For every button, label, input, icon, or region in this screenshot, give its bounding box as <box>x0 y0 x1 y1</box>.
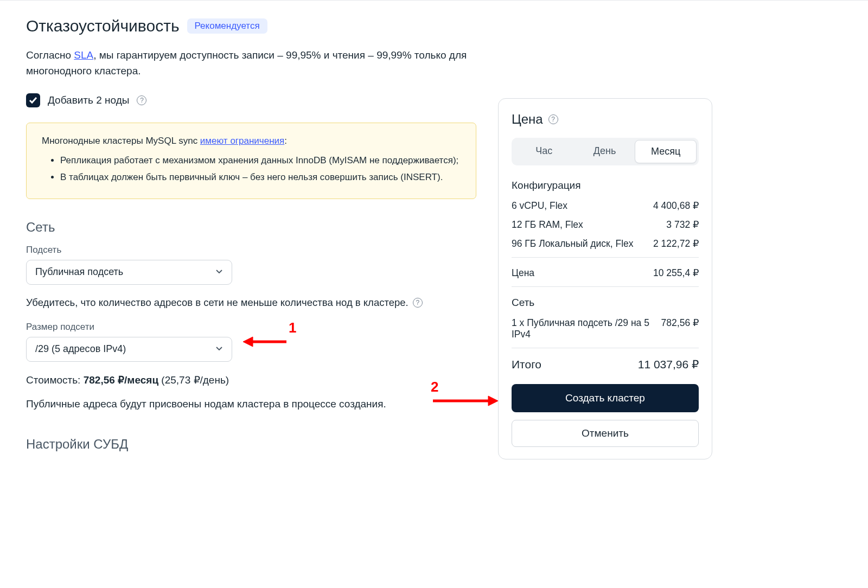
info-intro-prefix: Многонодные кластеры MySQL sync <box>42 136 200 146</box>
ha-desc-prefix: Согласно <box>26 49 74 61</box>
subtotal-label: Цена <box>512 267 534 279</box>
price-row: 1 x Публичная подсеть /29 на 5 IPv4 782,… <box>512 317 699 340</box>
total-label: Итого <box>512 358 541 371</box>
svg-marker-1 <box>243 337 253 347</box>
help-icon[interactable]: ? <box>548 114 558 124</box>
price-title: Цена <box>512 112 543 127</box>
subnet-label: Подсеть <box>26 245 476 255</box>
network-hint: Убедитесь, что количество адресов в сети… <box>26 297 409 309</box>
price-item-name: 12 ГБ RAM, Flex <box>512 219 583 231</box>
total-value: 11 037,96 ₽ <box>638 358 699 371</box>
price-item-value: 4 400,68 ₽ <box>653 200 699 212</box>
price-item-name: 6 vCPU, Flex <box>512 200 567 212</box>
annotation-arrow-1: 1 <box>243 334 303 350</box>
price-item-value: 3 732 ₽ <box>666 219 699 231</box>
chevron-down-icon <box>215 343 223 355</box>
info-item: В таблицах должен быть первичный ключ – … <box>60 170 461 184</box>
create-cluster-button[interactable]: Создать кластер <box>512 384 699 412</box>
annotation-label-1: 1 <box>289 319 296 336</box>
divider <box>512 257 699 258</box>
divider <box>512 348 699 348</box>
tab-day[interactable]: День <box>575 140 635 163</box>
price-card: Цена ? Час День Месяц Конфигурация 6 vCP… <box>498 98 712 459</box>
info-box: Многонодные кластеры MySQL sync имеют ог… <box>26 123 476 199</box>
help-icon[interactable]: ? <box>413 298 423 308</box>
config-title: Конфигурация <box>512 180 699 191</box>
add-nodes-checkbox[interactable] <box>26 93 40 107</box>
divider <box>512 286 699 287</box>
price-row: 6 vCPU, Flex 4 400,68 ₽ <box>512 200 699 212</box>
cost-suffix: (25,73 ₽/день) <box>158 374 229 386</box>
dbms-title: Настройки СУБД <box>26 437 476 452</box>
limitations-link[interactable]: имеют ограничения <box>200 136 284 146</box>
info-item: Репликация работает с механизмом хранени… <box>60 154 461 168</box>
subtotal-value: 10 255,4 ₽ <box>653 267 699 279</box>
subnet-select[interactable]: Публичная подсеть <box>26 260 232 285</box>
help-icon[interactable]: ? <box>137 95 146 105</box>
chevron-down-icon <box>215 266 223 278</box>
tab-hour[interactable]: Час <box>514 140 575 163</box>
network-title: Сеть <box>26 220 476 235</box>
network-note: Публичные адреса будут присвоены нодам к… <box>26 396 476 412</box>
ha-title: Отказоустойчивость Рекомендуется <box>26 17 476 35</box>
svg-marker-3 <box>488 396 498 406</box>
add-nodes-label: Добавить 2 ноды <box>48 94 129 106</box>
cost-prefix: Стоимость: <box>26 374 84 386</box>
annotation-arrow-2: 2 <box>417 393 498 410</box>
net-title: Сеть <box>512 297 699 309</box>
subnet-size-select[interactable]: /29 (5 адресов IPv4) <box>26 337 232 362</box>
price-row: 96 ГБ Локальный диск, Flex 2 122,72 ₽ <box>512 238 699 250</box>
subtotal-row: Цена 10 255,4 ₽ <box>512 267 699 279</box>
annotation-label-2: 2 <box>431 379 438 395</box>
cost-bold: 782,56 ₽/месяц <box>84 374 158 386</box>
sla-link[interactable]: SLA <box>74 49 93 61</box>
ha-description: Согласно SLA, мы гарантируем доступность… <box>26 47 476 79</box>
cost-line: Стоимость: 782,56 ₽/месяц (25,73 ₽/день) <box>26 374 476 386</box>
ha-title-text: Отказоустойчивость <box>26 17 180 35</box>
recommended-badge: Рекомендуется <box>187 18 267 34</box>
price-row: 12 ГБ RAM, Flex 3 732 ₽ <box>512 219 699 231</box>
price-item-name: 1 x Публичная подсеть /29 на 5 IPv4 <box>512 317 655 340</box>
info-colon: : <box>284 136 287 146</box>
tab-month[interactable]: Месяц <box>635 140 697 163</box>
cancel-button[interactable]: Отменить <box>512 420 699 447</box>
price-item-value: 782,56 ₽ <box>661 317 699 340</box>
period-tabs: Час День Месяц <box>512 138 699 165</box>
price-item-value: 2 122,72 ₽ <box>653 238 699 250</box>
subnet-size-value: /29 (5 адресов IPv4) <box>35 343 126 355</box>
subnet-value: Публичная подсеть <box>35 266 123 278</box>
subnet-size-label: Размер подсети <box>26 322 476 333</box>
price-item-name: 96 ГБ Локальный диск, Flex <box>512 238 634 250</box>
